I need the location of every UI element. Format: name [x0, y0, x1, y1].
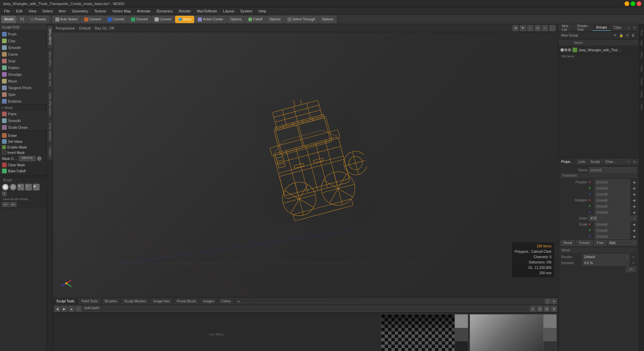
bottom-list-view-icon[interactable]: ☰	[537, 306, 543, 312]
group-render-dot[interactable]	[568, 48, 571, 52]
tool-carve[interactable]: Carve	[0, 51, 47, 58]
menu-dynamics[interactable]: Dynamics	[154, 8, 175, 14]
bottom-tab-images[interactable]: Images	[200, 298, 218, 304]
r-side-tab-scene[interactable]: Scen...	[640, 61, 643, 74]
name-property-value[interactable]: (mixed)	[589, 167, 637, 173]
viewport-settings-icon[interactable]: ⚙	[513, 25, 519, 31]
bottom-forward-button[interactable]: ▶	[61, 306, 67, 312]
side-tab-sculpt-tools[interactable]: Sculpt Tools	[47, 25, 53, 48]
scale-y-toggle[interactable]: ◀	[631, 228, 637, 233]
mesh-expand-button[interactable]: >>	[626, 267, 636, 272]
tool-clay[interactable]: Clay	[0, 38, 47, 44]
props-tab-lists[interactable]: Lists	[576, 159, 588, 165]
side-tab-paint-tools[interactable]: Paint Tools	[47, 48, 53, 69]
right-tab-groups[interactable]: Groups	[593, 24, 610, 31]
render-expand-icon[interactable]: ⤡	[631, 254, 636, 259]
minimize-button[interactable]: ─	[625, 1, 629, 6]
rotation-x-value[interactable]: (mixed)	[595, 197, 630, 203]
bottom-tab-image-inks[interactable]: Image Inks	[150, 298, 173, 304]
side-tab-vertex-map-tools[interactable]: Vertex Map Tools	[47, 90, 53, 119]
r-side-tab-anim[interactable]: Anim...	[640, 87, 643, 100]
props-tab-close-icon[interactable]: ✕	[632, 159, 637, 165]
mask-section-header[interactable]: ▸ Mask	[0, 105, 47, 111]
texture-preview-1[interactable]	[381, 314, 468, 351]
brush-soft-circle[interactable]	[10, 184, 16, 190]
mask-opacity-input[interactable]: 100.0 %	[19, 156, 36, 161]
viewport-zoom-icon[interactable]: ⌕	[527, 25, 533, 31]
group-visibility-icon[interactable]: 👁	[612, 33, 618, 38]
tool-scar[interactable]: Scar	[0, 58, 47, 64]
new-group-button[interactable]: New Group	[561, 34, 578, 37]
add-dropdown[interactable]: Add ▾	[608, 240, 637, 245]
menu-maxtomodo[interactable]: MaxToModo	[194, 8, 220, 14]
r-side-tab-prop[interactable]: Prop...	[640, 25, 643, 38]
dissolve-expand-icon[interactable]: ⤡	[631, 260, 636, 266]
bottom-close-icon[interactable]: ✕	[551, 299, 557, 304]
brush-star2[interactable]: ✧	[25, 184, 32, 190]
menu-view[interactable]: View	[26, 8, 39, 14]
menu-file[interactable]: File	[1, 8, 13, 14]
tool-push[interactable]: Push	[0, 31, 47, 38]
convert-button-3[interactable]: Convert	[128, 16, 151, 23]
freeze-button[interactable]: Freeze	[576, 240, 593, 246]
menu-select[interactable]: Select	[40, 8, 55, 14]
bottom-tab-sculpt-meshes[interactable]: Sculpt Meshes	[121, 298, 150, 304]
close-button[interactable]: ✕	[637, 1, 641, 6]
right-tab-clips[interactable]: Clips	[610, 25, 625, 31]
tool-scale-down[interactable]: Scale Down	[0, 124, 47, 131]
menu-layout[interactable]: Layout	[220, 8, 237, 14]
viewport-fullscreen-icon[interactable]: ⛶	[549, 25, 555, 31]
position-x-toggle[interactable]: ◀	[631, 179, 637, 185]
side-tab-utilities[interactable]: Utilities	[47, 144, 53, 160]
render-dropdown[interactable]: Default ▾	[583, 254, 629, 259]
presets-button[interactable]: ⬡ Presets	[28, 16, 49, 23]
rotation-x-toggle[interactable]: ◀	[631, 197, 637, 203]
bottom-file-area[interactable]: (no files)	[53, 313, 380, 351]
side-tab-hair-tools[interactable]: Hair Tools	[47, 70, 53, 89]
maximize-button[interactable]: □	[631, 1, 635, 6]
convert-button-2[interactable]: Convert	[105, 16, 127, 23]
tool-emboss[interactable]: Emboss	[0, 98, 47, 105]
bottom-expand-icon[interactable]: ⤡	[545, 299, 550, 304]
group-delete-icon[interactable]: 🗑	[631, 33, 636, 38]
free-button[interactable]: Free	[594, 240, 607, 246]
bottom-tab-colors[interactable]: Colors	[218, 298, 234, 304]
menu-animate[interactable]: Animate	[134, 8, 153, 14]
tool-spin[interactable]: Spin	[0, 91, 47, 98]
clear-mask-row[interactable]: Clear Mask	[1, 162, 45, 168]
path-input[interactable]: (add path)	[83, 306, 529, 312]
props-tab-sculpt[interactable]: Sculpt	[588, 159, 603, 165]
rotation-y-toggle[interactable]: ◀	[631, 203, 637, 209]
bottom-up-button[interactable]: ▲	[68, 306, 74, 312]
action-center-button[interactable]: Action Center	[195, 16, 226, 23]
position-y-value[interactable]: (mixed)	[595, 185, 630, 191]
reset-button[interactable]: Reset	[560, 240, 575, 246]
right-tab-expand-icon[interactable]: ⤡	[626, 25, 631, 31]
scale-z-value[interactable]: (mixed)	[595, 234, 630, 239]
tool-smudge[interactable]: Smudge	[0, 71, 47, 78]
brush-star1[interactable]: ✦	[17, 184, 24, 190]
bottom-add-path-button[interactable]: +	[75, 306, 82, 312]
side-tab-particle-tools[interactable]: Particle Tools	[47, 120, 53, 143]
invert-mask-row[interactable]: Invert Mask	[1, 150, 45, 155]
brush-circle[interactable]	[2, 184, 9, 190]
options-button-2[interactable]: Options	[266, 16, 283, 23]
position-z-value[interactable]: (mixed)	[595, 191, 630, 197]
rotation-z-toggle[interactable]: ◀	[631, 210, 637, 215]
tool-paint[interactable]: Paint	[0, 111, 47, 117]
model-mode-button[interactable]: Model	[1, 16, 16, 23]
bottom-tab-preset-brush[interactable]: Preset Brush	[173, 298, 200, 304]
r-side-tab-group[interactable]: Grou...	[640, 74, 643, 86]
tool-tangent-pinch[interactable]: Tangent Pinch	[0, 84, 47, 91]
right-tab-item-list[interactable]: Item List	[558, 23, 574, 33]
path-dropdown-button[interactable]: ▾	[530, 306, 536, 312]
bottom-tab-paint-tools[interactable]: Paint Tools	[78, 298, 102, 304]
group-lock-icon[interactable]: 🔒	[619, 33, 624, 38]
rotation-y-value[interactable]: (mixed)	[595, 203, 630, 209]
position-y-toggle[interactable]: ◀	[631, 185, 637, 191]
bottom-settings-icon[interactable]: ⚙	[551, 306, 557, 312]
menu-item[interactable]: Item	[56, 8, 68, 14]
group-item-jeep[interactable]: Jeep_Wrangler_with_Thul ...	[558, 46, 639, 54]
position-x-value[interactable]: (mixed)	[595, 179, 630, 185]
menu-geometry[interactable]: Geometry	[69, 8, 91, 14]
